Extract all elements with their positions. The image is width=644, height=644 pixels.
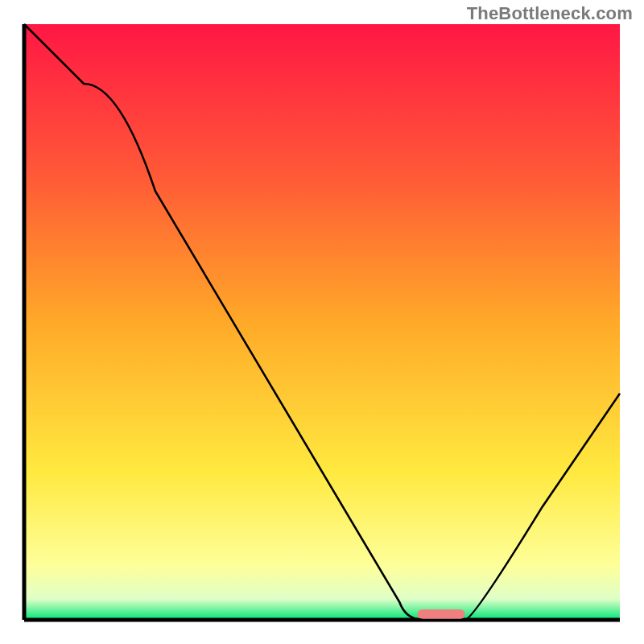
watermark-text: TheBottleneck.com: [467, 3, 633, 24]
optimal-marker: [417, 609, 464, 619]
chart-container: TheBottleneck.com: [0, 0, 644, 644]
bottleneck-chart: [0, 0, 644, 644]
plot-background: [24, 24, 620, 620]
